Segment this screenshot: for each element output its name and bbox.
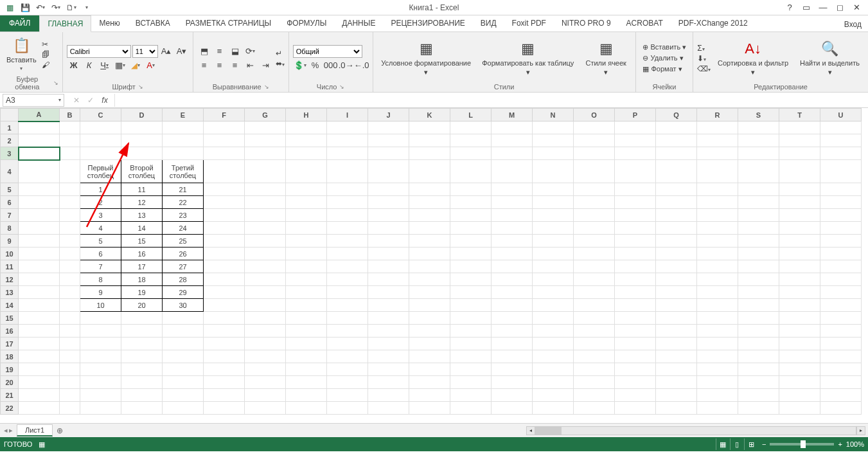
cell[interactable]: Первыйстолбец (80, 160, 121, 183)
tab-formulas[interactable]: ФОРМУЛЫ (279, 15, 334, 32)
excel-icon[interactable]: ▦ (3, 1, 17, 14)
row-header[interactable]: 17 (1, 338, 19, 350)
tab-menu[interactable]: Меню (91, 15, 127, 32)
cell[interactable] (327, 196, 368, 209)
cell[interactable]: 25 (163, 235, 204, 248)
cell[interactable] (245, 222, 286, 235)
cell[interactable] (245, 338, 286, 350)
cell[interactable]: 24 (163, 222, 204, 235)
cell[interactable] (204, 299, 245, 312)
row-header[interactable]: 16 (1, 325, 19, 338)
cell[interactable] (779, 222, 820, 235)
cell[interactable] (615, 183, 656, 196)
cell[interactable]: 19 (121, 286, 163, 299)
find-select-button[interactable]: 🔍Найти и выделить ▾ (795, 39, 864, 77)
column-header[interactable]: A (19, 109, 60, 122)
cell[interactable] (286, 248, 327, 260)
column-header[interactable]: R (697, 109, 738, 122)
cell[interactable] (60, 376, 80, 389)
cell[interactable] (286, 312, 327, 325)
save-icon[interactable]: 💾 (18, 1, 32, 14)
zoom-thumb[interactable] (801, 440, 806, 448)
fill-color-button[interactable]: ◢▾ (128, 59, 143, 72)
cell[interactable] (738, 196, 779, 209)
cell[interactable] (409, 363, 450, 376)
clipboard-launcher-icon[interactable]: ↘ (53, 80, 58, 86)
cell[interactable] (245, 325, 286, 338)
cell[interactable] (163, 402, 204, 415)
column-header[interactable]: G (245, 109, 286, 122)
cell[interactable] (533, 286, 574, 299)
cell[interactable] (492, 350, 533, 363)
align-center-icon[interactable]: ≡ (213, 59, 227, 72)
cell[interactable] (286, 325, 327, 338)
cell[interactable] (368, 363, 409, 376)
cell[interactable] (615, 122, 656, 134)
cell[interactable] (574, 338, 615, 350)
cell[interactable] (327, 183, 368, 196)
cell[interactable] (368, 273, 409, 286)
cell[interactable] (450, 389, 492, 402)
cell[interactable] (656, 402, 697, 415)
cell[interactable] (327, 312, 368, 325)
align-right-icon[interactable]: ≡ (228, 59, 242, 72)
cell[interactable] (738, 160, 779, 183)
alignment-launcher-icon[interactable]: ↘ (264, 84, 269, 90)
column-header[interactable]: K (409, 109, 450, 122)
cell[interactable] (204, 338, 245, 350)
increase-indent-icon[interactable]: ⇥ (259, 59, 273, 72)
row-header[interactable]: 13 (1, 286, 19, 299)
cell[interactable] (409, 273, 450, 286)
orientation-icon[interactable]: ⟳▾ (244, 45, 258, 58)
cell[interactable]: 16 (121, 248, 163, 260)
cell[interactable] (368, 350, 409, 363)
column-header[interactable]: C (80, 109, 121, 122)
cell[interactable] (409, 183, 450, 196)
autosum-icon[interactable]: Σ▾ (697, 44, 711, 53)
cell[interactable] (163, 350, 204, 363)
cell[interactable] (368, 312, 409, 325)
tab-acrobat[interactable]: ACROBAT (619, 15, 671, 32)
cell[interactable] (204, 122, 245, 134)
cell[interactable] (204, 160, 245, 183)
cell[interactable] (368, 286, 409, 299)
cell[interactable] (574, 350, 615, 363)
cell[interactable] (656, 389, 697, 402)
cell[interactable] (327, 260, 368, 273)
cell[interactable]: 13 (121, 209, 163, 222)
cell[interactable] (779, 122, 820, 134)
cell[interactable] (327, 235, 368, 248)
cell[interactable] (615, 376, 656, 389)
cell[interactable] (656, 325, 697, 338)
zoom-slider[interactable] (770, 443, 834, 446)
cell[interactable] (450, 160, 492, 183)
cell[interactable] (19, 402, 60, 415)
cell[interactable] (245, 147, 286, 160)
cell[interactable] (286, 196, 327, 209)
cell[interactable] (19, 376, 60, 389)
cell[interactable] (60, 160, 80, 183)
cell[interactable] (738, 273, 779, 286)
cell[interactable] (286, 286, 327, 299)
cell[interactable]: 10 (80, 299, 121, 312)
format-cells-button[interactable]: ▦Формат ▾ (640, 64, 689, 74)
cell[interactable] (368, 235, 409, 248)
cell[interactable] (163, 389, 204, 402)
cell[interactable] (286, 402, 327, 415)
cell[interactable] (60, 299, 80, 312)
cell[interactable] (492, 209, 533, 222)
cell[interactable] (19, 312, 60, 325)
cell[interactable] (368, 196, 409, 209)
row-header[interactable]: 14 (1, 299, 19, 312)
cell[interactable] (19, 299, 60, 312)
cell[interactable] (820, 312, 862, 325)
cell[interactable] (779, 209, 820, 222)
cell[interactable] (779, 286, 820, 299)
italic-button[interactable]: К (82, 59, 96, 72)
column-header[interactable]: H (286, 109, 327, 122)
cell[interactable] (204, 248, 245, 260)
cell[interactable] (697, 312, 738, 325)
cell[interactable] (779, 376, 820, 389)
cell[interactable] (19, 147, 60, 160)
insert-function-icon[interactable]: fx (98, 94, 112, 107)
